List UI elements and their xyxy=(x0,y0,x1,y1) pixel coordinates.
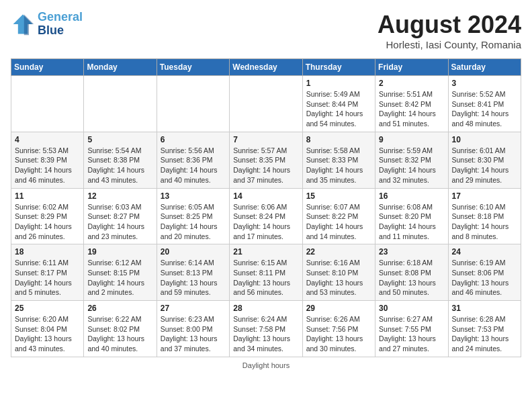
day-number: 11 xyxy=(15,191,80,201)
day-cell: 18Sunrise: 6:11 AM Sunset: 8:17 PM Dayli… xyxy=(11,244,84,301)
day-info: Sunrise: 5:59 AM Sunset: 8:32 PM Dayligh… xyxy=(379,146,444,185)
page-header: GeneralBlue August 2024 Horlesti, Iasi C… xyxy=(11,11,521,50)
col-header-monday: Monday xyxy=(84,59,157,76)
day-number: 30 xyxy=(379,304,444,313)
day-info: Sunrise: 6:02 AM Sunset: 8:29 PM Dayligh… xyxy=(15,202,80,242)
day-number: 19 xyxy=(87,247,152,257)
day-cell: 1Sunrise: 5:49 AM Sunset: 8:44 PM Daylig… xyxy=(302,76,375,132)
month-title: August 2024 xyxy=(378,11,521,39)
day-cell: 5Sunrise: 5:54 AM Sunset: 8:38 PM Daylig… xyxy=(84,132,157,188)
calendar-header: SundayMondayTuesdayWednesdayThursdayFrid… xyxy=(11,59,521,76)
day-number: 24 xyxy=(452,247,517,257)
day-cell: 11Sunrise: 6:02 AM Sunset: 8:29 PM Dayli… xyxy=(11,188,84,244)
day-number: 14 xyxy=(233,191,298,201)
day-info: Sunrise: 6:26 AM Sunset: 7:56 PM Dayligh… xyxy=(306,314,371,354)
week-row-3: 11Sunrise: 6:02 AM Sunset: 8:29 PM Dayli… xyxy=(11,188,521,244)
day-info: Sunrise: 6:11 AM Sunset: 8:17 PM Dayligh… xyxy=(15,258,80,298)
day-info: Sunrise: 6:07 AM Sunset: 8:22 PM Dayligh… xyxy=(306,202,371,242)
day-cell: 29Sunrise: 6:26 AM Sunset: 7:56 PM Dayli… xyxy=(302,301,375,357)
day-number: 2 xyxy=(379,79,444,88)
day-info: Sunrise: 5:58 AM Sunset: 8:33 PM Dayligh… xyxy=(306,146,371,185)
location: Horlesti, Iasi County, Romania xyxy=(378,39,521,50)
col-header-thursday: Thursday xyxy=(302,59,375,76)
day-number: 21 xyxy=(233,247,298,257)
day-cell: 13Sunrise: 6:05 AM Sunset: 8:25 PM Dayli… xyxy=(157,188,229,244)
day-cell: 16Sunrise: 6:08 AM Sunset: 8:20 PM Dayli… xyxy=(375,188,448,244)
day-info: Sunrise: 5:57 AM Sunset: 8:35 PM Dayligh… xyxy=(233,146,298,185)
day-number: 1 xyxy=(306,79,371,88)
day-number: 7 xyxy=(233,135,298,144)
day-cell: 14Sunrise: 6:06 AM Sunset: 8:24 PM Dayli… xyxy=(230,188,302,244)
day-cell: 10Sunrise: 6:01 AM Sunset: 8:30 PM Dayli… xyxy=(448,132,521,188)
day-number: 28 xyxy=(233,304,298,313)
day-number: 22 xyxy=(306,247,371,257)
day-cell: 22Sunrise: 6:16 AM Sunset: 8:10 PM Dayli… xyxy=(302,244,375,301)
day-number: 10 xyxy=(452,135,517,144)
day-number: 5 xyxy=(87,135,152,144)
day-number: 17 xyxy=(452,191,517,201)
footer-note: Daylight hours xyxy=(11,361,521,369)
day-cell: 31Sunrise: 6:28 AM Sunset: 7:53 PM Dayli… xyxy=(448,301,521,357)
day-cell: 9Sunrise: 5:59 AM Sunset: 8:32 PM Daylig… xyxy=(375,132,448,188)
day-info: Sunrise: 6:15 AM Sunset: 8:11 PM Dayligh… xyxy=(233,258,298,298)
day-cell: 6Sunrise: 5:56 AM Sunset: 8:36 PM Daylig… xyxy=(157,132,229,188)
title-block: August 2024 Horlesti, Iasi County, Roman… xyxy=(378,11,521,50)
day-info: Sunrise: 6:14 AM Sunset: 8:13 PM Dayligh… xyxy=(161,258,226,298)
day-header-row: SundayMondayTuesdayWednesdayThursdayFrid… xyxy=(11,59,521,76)
day-number: 12 xyxy=(87,191,152,201)
day-number: 18 xyxy=(15,247,80,257)
day-info: Sunrise: 6:03 AM Sunset: 8:27 PM Dayligh… xyxy=(87,202,152,242)
calendar-body: 1Sunrise: 5:49 AM Sunset: 8:44 PM Daylig… xyxy=(11,76,521,357)
day-cell xyxy=(230,76,302,132)
day-info: Sunrise: 6:16 AM Sunset: 8:10 PM Dayligh… xyxy=(306,258,371,298)
day-info: Sunrise: 6:24 AM Sunset: 7:58 PM Dayligh… xyxy=(233,314,298,354)
week-row-4: 18Sunrise: 6:11 AM Sunset: 8:17 PM Dayli… xyxy=(11,244,521,301)
day-number: 8 xyxy=(306,135,371,144)
day-cell: 4Sunrise: 5:53 AM Sunset: 8:39 PM Daylig… xyxy=(11,132,84,188)
day-cell: 12Sunrise: 6:03 AM Sunset: 8:27 PM Dayli… xyxy=(84,188,157,244)
day-number: 6 xyxy=(161,135,226,144)
day-cell: 24Sunrise: 6:19 AM Sunset: 8:06 PM Dayli… xyxy=(448,244,521,301)
col-header-sunday: Sunday xyxy=(11,59,84,76)
day-number: 16 xyxy=(379,191,444,201)
calendar: SundayMondayTuesdayWednesdayThursdayFrid… xyxy=(11,58,521,357)
col-header-friday: Friday xyxy=(375,59,448,76)
day-info: Sunrise: 6:19 AM Sunset: 8:06 PM Dayligh… xyxy=(452,258,517,298)
day-info: Sunrise: 6:23 AM Sunset: 8:00 PM Dayligh… xyxy=(161,314,226,354)
week-row-2: 4Sunrise: 5:53 AM Sunset: 8:39 PM Daylig… xyxy=(11,132,521,188)
day-info: Sunrise: 5:53 AM Sunset: 8:39 PM Dayligh… xyxy=(15,146,80,185)
day-cell: 21Sunrise: 6:15 AM Sunset: 8:11 PM Dayli… xyxy=(230,244,302,301)
day-cell: 19Sunrise: 6:12 AM Sunset: 8:15 PM Dayli… xyxy=(84,244,157,301)
day-number: 26 xyxy=(87,304,152,313)
day-number: 27 xyxy=(161,304,226,313)
day-cell: 30Sunrise: 6:27 AM Sunset: 7:55 PM Dayli… xyxy=(375,301,448,357)
day-number: 31 xyxy=(452,304,517,313)
day-info: Sunrise: 6:20 AM Sunset: 8:04 PM Dayligh… xyxy=(15,314,80,354)
day-cell: 28Sunrise: 6:24 AM Sunset: 7:58 PM Dayli… xyxy=(230,301,302,357)
day-info: Sunrise: 6:27 AM Sunset: 7:55 PM Dayligh… xyxy=(379,314,444,354)
day-info: Sunrise: 6:28 AM Sunset: 7:53 PM Dayligh… xyxy=(452,314,517,354)
day-cell xyxy=(84,76,157,132)
day-cell: 2Sunrise: 5:51 AM Sunset: 8:42 PM Daylig… xyxy=(375,76,448,132)
day-number: 13 xyxy=(161,191,226,201)
day-info: Sunrise: 6:22 AM Sunset: 8:02 PM Dayligh… xyxy=(87,314,152,354)
day-cell xyxy=(11,76,84,132)
day-number: 20 xyxy=(161,247,226,257)
week-row-1: 1Sunrise: 5:49 AM Sunset: 8:44 PM Daylig… xyxy=(11,76,521,132)
logo-icon xyxy=(11,12,35,36)
day-info: Sunrise: 6:10 AM Sunset: 8:18 PM Dayligh… xyxy=(452,202,517,242)
day-cell: 17Sunrise: 6:10 AM Sunset: 8:18 PM Dayli… xyxy=(448,188,521,244)
day-number: 25 xyxy=(15,304,80,313)
day-cell: 3Sunrise: 5:52 AM Sunset: 8:41 PM Daylig… xyxy=(448,76,521,132)
day-info: Sunrise: 6:05 AM Sunset: 8:25 PM Dayligh… xyxy=(161,202,226,242)
day-cell: 26Sunrise: 6:22 AM Sunset: 8:02 PM Dayli… xyxy=(84,301,157,357)
day-cell xyxy=(157,76,229,132)
day-cell: 27Sunrise: 6:23 AM Sunset: 8:00 PM Dayli… xyxy=(157,301,229,357)
col-header-tuesday: Tuesday xyxy=(157,59,229,76)
week-row-5: 25Sunrise: 6:20 AM Sunset: 8:04 PM Dayli… xyxy=(11,301,521,357)
day-cell: 7Sunrise: 5:57 AM Sunset: 8:35 PM Daylig… xyxy=(230,132,302,188)
logo: GeneralBlue xyxy=(11,11,83,38)
day-info: Sunrise: 5:52 AM Sunset: 8:41 PM Dayligh… xyxy=(452,89,517,129)
svg-marker-1 xyxy=(24,14,34,35)
day-cell: 8Sunrise: 5:58 AM Sunset: 8:33 PM Daylig… xyxy=(302,132,375,188)
